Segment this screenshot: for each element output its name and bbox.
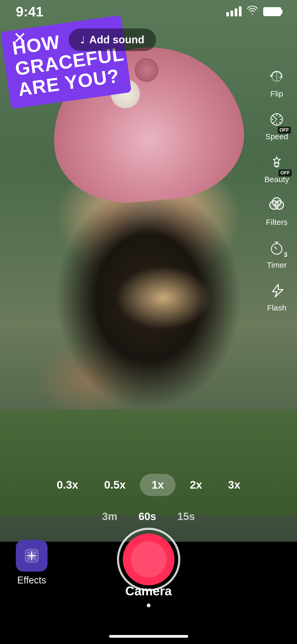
green-mat	[0, 410, 297, 515]
signal-bar-4	[239, 6, 242, 16]
signal-bar-3	[235, 8, 237, 16]
status-icons	[226, 6, 281, 18]
flower-pink	[135, 58, 158, 82]
flip-label: Flip	[270, 89, 283, 98]
toolbar-item-speed[interactable]: Speed OFF	[265, 109, 288, 141]
toolbar-item-flash[interactable]: Flash	[266, 280, 287, 312]
toolbar-item-timer[interactable]: 3 Timer	[266, 237, 287, 270]
toolbar-item-flip[interactable]: Flip	[266, 66, 287, 98]
status-bar: 9:41	[0, 0, 297, 23]
add-sound-button[interactable]: ♩ Add sound	[69, 29, 156, 51]
nav-dot	[147, 604, 150, 607]
record-button[interactable]	[117, 528, 180, 591]
signal-bars	[226, 7, 242, 16]
beauty-off-badge: OFF	[279, 169, 292, 177]
add-sound-label: Add sound	[89, 34, 144, 46]
toolbar-item-beauty[interactable]: Beauty OFF	[265, 152, 289, 184]
zoom-05x[interactable]: 0.5x	[92, 474, 137, 496]
filters-label: Filters	[266, 218, 287, 227]
signal-bar-2	[230, 11, 233, 16]
signal-bar-1	[226, 12, 229, 16]
zoom-3x[interactable]: 3x	[216, 474, 252, 496]
battery-icon	[263, 7, 281, 16]
zoom-selector: 0.3x 0.5x 1x 2x 3x	[0, 474, 297, 496]
effects-icon	[16, 540, 48, 572]
svg-point-5	[272, 198, 281, 206]
flip-icon	[266, 66, 287, 87]
status-time: 9:41	[16, 4, 43, 20]
zoom-03x[interactable]: 0.3x	[45, 474, 90, 496]
toolbar-item-filters[interactable]: Filters	[266, 194, 287, 227]
zoom-1x[interactable]: 1x	[140, 474, 176, 496]
flash-icon	[266, 280, 287, 301]
home-indicator[interactable]	[109, 635, 188, 638]
effects-button[interactable]: Effects	[16, 540, 48, 586]
record-button-inner	[123, 534, 175, 585]
filters-icon	[266, 194, 287, 216]
timer-icon: 3	[266, 237, 287, 258]
duration-60s[interactable]: 60s	[139, 511, 156, 522]
duration-3m[interactable]: 3m	[102, 511, 117, 522]
zoom-2x[interactable]: 2x	[178, 474, 214, 496]
flash-label: Flash	[267, 303, 286, 312]
close-button[interactable]: ✕	[13, 29, 26, 47]
speed-off-badge: OFF	[278, 127, 291, 134]
timer-label: Timer	[267, 261, 287, 270]
music-note-icon: ♩	[80, 34, 85, 46]
wifi-icon	[247, 6, 258, 18]
duration-selector: 3m 60s 15s	[0, 511, 297, 522]
effects-label: Effects	[17, 575, 46, 586]
right-toolbar: Flip Speed OFF Beauty OFF	[265, 66, 289, 312]
duration-15s[interactable]: 15s	[177, 511, 195, 522]
